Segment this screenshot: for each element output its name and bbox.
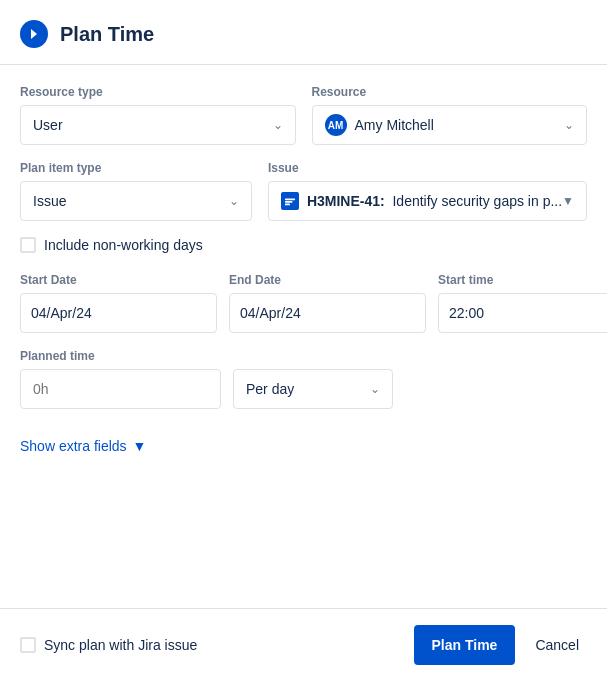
- include-non-working-label: Include non-working days: [44, 237, 203, 253]
- dropdown-triangle-icon: ▼: [133, 438, 147, 454]
- planned-time-input[interactable]: [20, 369, 221, 409]
- resource-type-label: Resource type: [20, 85, 296, 99]
- end-date-input[interactable]: [229, 293, 426, 333]
- chevron-down-icon-4: ▼: [562, 194, 574, 208]
- resource-name: Amy Mitchell: [355, 117, 434, 133]
- start-date-label: Start Date: [20, 273, 217, 287]
- start-time-label: Start time: [438, 273, 607, 287]
- form-body: Resource type User ⌄ Resource AM Amy Mit…: [0, 65, 607, 608]
- issue-select[interactable]: H3MINE-41: Identify security gaps in p..…: [268, 181, 587, 221]
- start-time-input[interactable]: [438, 293, 607, 333]
- planned-time-group: Planned time Per day ⌄: [20, 349, 587, 425]
- dialog-header: Plan Time: [0, 0, 607, 65]
- start-date-input[interactable]: [20, 293, 217, 333]
- resource-select[interactable]: AM Amy Mitchell ⌄: [312, 105, 588, 145]
- per-day-select[interactable]: Per day ⌄: [233, 369, 393, 409]
- issue-label: Issue: [268, 161, 587, 175]
- plan-time-dialog: Plan Time Resource type User ⌄ Resource …: [0, 0, 607, 681]
- chevron-down-icon-2: ⌄: [564, 118, 574, 132]
- include-non-working-checkbox[interactable]: [20, 237, 36, 253]
- start-time-group: Start time: [438, 273, 607, 333]
- per-day-value: Per day: [246, 381, 294, 397]
- user-avatar: AM: [325, 114, 347, 136]
- end-date-group: End Date: [229, 273, 426, 333]
- resource-row: Resource type User ⌄ Resource AM Amy Mit…: [20, 85, 587, 145]
- cancel-button[interactable]: Cancel: [527, 625, 587, 665]
- sync-jira-label: Sync plan with Jira issue: [44, 637, 197, 653]
- page-title: Plan Time: [60, 23, 154, 46]
- issue-group: Issue H3MINE-41: Identify security gaps …: [268, 161, 587, 221]
- chevron-down-icon-3: ⌄: [229, 194, 239, 208]
- show-extra-fields-label: Show extra fields: [20, 438, 127, 454]
- resource-type-select[interactable]: User ⌄: [20, 105, 296, 145]
- issue-value-container: H3MINE-41: Identify security gaps in p..…: [281, 192, 562, 210]
- non-working-days-row: Include non-working days: [20, 237, 587, 253]
- footer-actions: Plan Time Cancel: [414, 625, 587, 665]
- plan-time-button[interactable]: Plan Time: [414, 625, 516, 665]
- planned-time-controls: Per day ⌄: [20, 369, 587, 409]
- plan-item-row: Plan item type Issue ⌄ Issue: [20, 161, 587, 221]
- resource-label: Resource: [312, 85, 588, 99]
- issue-value: H3MINE-41: Identify security gaps in p..…: [307, 193, 562, 209]
- plan-item-type-label: Plan item type: [20, 161, 252, 175]
- planned-time-label: Planned time: [20, 349, 587, 363]
- resource-value-container: AM Amy Mitchell: [325, 114, 434, 136]
- sync-option: Sync plan with Jira issue: [20, 637, 197, 653]
- svg-rect-1: [285, 201, 293, 203]
- issue-type-icon: [281, 192, 299, 210]
- resource-group: Resource AM Amy Mitchell ⌄: [312, 85, 588, 145]
- svg-rect-0: [285, 198, 295, 200]
- chevron-down-icon-5: ⌄: [370, 382, 380, 396]
- svg-rect-2: [285, 204, 290, 206]
- plan-item-type-value: Issue: [33, 193, 66, 209]
- plan-item-type-group: Plan item type Issue ⌄: [20, 161, 252, 221]
- chevron-down-icon: ⌄: [273, 118, 283, 132]
- plan-time-icon: [20, 20, 48, 48]
- sync-jira-checkbox[interactable]: [20, 637, 36, 653]
- date-time-row: Start Date End Date Start time End time: [20, 273, 587, 333]
- resource-type-group: Resource type User ⌄: [20, 85, 296, 145]
- end-date-label: End Date: [229, 273, 426, 287]
- start-date-group: Start Date: [20, 273, 217, 333]
- resource-type-value: User: [33, 117, 63, 133]
- show-extra-fields-toggle[interactable]: Show extra fields ▼: [20, 438, 146, 454]
- plan-item-type-select[interactable]: Issue ⌄: [20, 181, 252, 221]
- dialog-footer: Sync plan with Jira issue Plan Time Canc…: [0, 608, 607, 681]
